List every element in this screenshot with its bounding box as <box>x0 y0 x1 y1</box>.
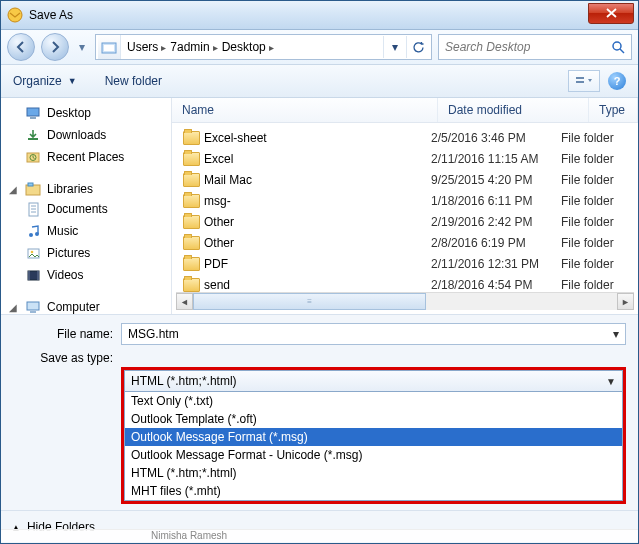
breadcrumb-segment[interactable]: Users▸ <box>125 35 168 59</box>
search-input[interactable]: Search Desktop <box>438 34 632 60</box>
file-date: 1/18/2016 6:11 PM <box>431 194 561 208</box>
svg-rect-8 <box>30 117 36 119</box>
file-name: Excel <box>200 152 431 166</box>
file-row[interactable]: Other2/19/2016 2:42 PMFile folder <box>172 211 638 232</box>
file-name: Other <box>200 236 431 250</box>
file-date: 2/18/2016 4:54 PM <box>431 278 561 292</box>
svg-point-21 <box>30 250 33 253</box>
navigation-pane[interactable]: DesktopDownloadsRecent Places ◢ Librarie… <box>1 98 172 314</box>
svg-point-3 <box>613 42 621 50</box>
library-item[interactable]: Music <box>1 220 171 242</box>
folder-icon <box>182 235 200 251</box>
breadcrumb-segment[interactable]: 7admin▸ <box>168 35 219 59</box>
file-type: File folder <box>561 257 638 271</box>
computer-icon <box>25 300 41 314</box>
favorites-item[interactable]: Downloads <box>1 124 171 146</box>
file-type: File folder <box>561 131 638 145</box>
refresh-button[interactable] <box>406 36 429 58</box>
chevron-down-icon[interactable]: ▾ <box>601 327 619 341</box>
navigation-bar: ▾ Users▸7admin▸Desktop▸ ▾ Search Desktop <box>1 30 638 65</box>
tree-item-label: Pictures <box>47 246 90 260</box>
view-options-button[interactable] <box>568 70 600 92</box>
library-item[interactable]: Videos <box>1 264 171 286</box>
saveastype-option[interactable]: MHT files (*.mht) <box>125 482 622 500</box>
help-button[interactable]: ? <box>608 72 626 90</box>
recent-icon <box>25 149 41 165</box>
file-row[interactable]: Excel2/11/2016 11:15 AMFile folder <box>172 148 638 169</box>
tree-item-label: Documents <box>47 202 108 216</box>
folder-icon <box>182 214 200 230</box>
file-row[interactable]: Mail Mac9/25/2015 4:20 PMFile folder <box>172 169 638 190</box>
file-date: 2/8/2016 6:19 PM <box>431 236 561 250</box>
tree-item-label: Downloads <box>47 128 106 142</box>
new-folder-button[interactable]: New folder <box>105 74 162 88</box>
doc-icon <box>25 201 41 217</box>
column-name[interactable]: Name <box>172 98 438 122</box>
favorites-item[interactable]: Desktop <box>1 102 171 124</box>
horizontal-scrollbar[interactable]: ◄ ≡ ► <box>176 292 634 310</box>
saveastype-option[interactable]: Outlook Message Format (*.msg) <box>125 428 622 446</box>
chevron-right-icon: ▸ <box>213 42 218 53</box>
saveastype-option[interactable]: Outlook Template (*.oft) <box>125 410 622 428</box>
scroll-right-icon[interactable]: ► <box>617 293 634 310</box>
file-name: msg- <box>200 194 431 208</box>
file-row[interactable]: msg-1/18/2016 6:11 PMFile folder <box>172 190 638 211</box>
svg-line-4 <box>620 49 624 53</box>
saveastype-option[interactable]: HTML (*.htm;*.html) <box>125 464 622 482</box>
collapse-icon: ◢ <box>9 184 19 195</box>
svg-point-18 <box>29 233 33 237</box>
saveastype-combobox[interactable]: HTML (*.htm;*.html) ▼ <box>124 370 623 392</box>
folder-icon <box>182 193 200 209</box>
svg-rect-24 <box>37 271 39 280</box>
file-name: Other <box>200 215 431 229</box>
forward-button[interactable] <box>41 33 69 61</box>
column-headers[interactable]: Name Date modified Type <box>172 98 638 123</box>
download-icon <box>25 127 41 143</box>
column-date[interactable]: Date modified <box>438 98 589 122</box>
file-date: 2/11/2016 12:31 PM <box>431 257 561 271</box>
folder-icon <box>182 277 200 293</box>
address-dropdown[interactable]: ▾ <box>383 36 406 58</box>
tree-item-label: Videos <box>47 268 83 282</box>
close-button[interactable] <box>588 3 634 24</box>
scroll-thumb[interactable]: ≡ <box>193 293 426 310</box>
svg-rect-9 <box>28 138 38 140</box>
file-rows[interactable]: Excel-sheet2/5/2016 3:46 PMFile folderEx… <box>172 123 638 292</box>
svg-rect-5 <box>576 77 584 79</box>
file-row[interactable]: Excel-sheet2/5/2016 3:46 PMFile folder <box>172 127 638 148</box>
back-button[interactable] <box>7 33 35 61</box>
file-date: 9/25/2015 4:20 PM <box>431 173 561 187</box>
file-type: File folder <box>561 215 638 229</box>
breadcrumb-segment[interactable]: Desktop▸ <box>220 35 276 59</box>
saveastype-dropdown-list[interactable]: Text Only (*.txt)Outlook Template (*.oft… <box>124 392 623 501</box>
svg-rect-25 <box>27 302 39 310</box>
column-type[interactable]: Type <box>589 98 638 122</box>
libraries-label: Libraries <box>47 182 93 196</box>
folder-icon <box>98 35 121 59</box>
filename-input[interactable]: MSG.htm ▾ <box>121 323 626 345</box>
favorites-item[interactable]: Recent Places <box>1 146 171 168</box>
file-date: 2/11/2016 11:15 AM <box>431 152 561 166</box>
file-row[interactable]: PDF2/11/2016 12:31 PMFile folder <box>172 253 638 274</box>
pic-icon <box>25 245 41 261</box>
organize-menu[interactable]: Organize▼ <box>13 74 77 88</box>
folder-icon <box>182 256 200 272</box>
address-bar[interactable]: Users▸7admin▸Desktop▸ ▾ <box>95 34 432 60</box>
svg-rect-23 <box>28 271 30 280</box>
saveastype-option[interactable]: Outlook Message Format - Unicode (*.msg) <box>125 446 622 464</box>
library-item[interactable]: Documents <box>1 198 171 220</box>
file-row[interactable]: Other2/8/2016 6:19 PMFile folder <box>172 232 638 253</box>
svg-point-0 <box>8 8 22 22</box>
library-item[interactable]: Pictures <box>1 242 171 264</box>
scroll-left-icon[interactable]: ◄ <box>176 293 193 310</box>
computer-group[interactable]: ◢ Computer <box>1 296 171 314</box>
file-type: File folder <box>561 236 638 250</box>
history-dropdown[interactable]: ▾ <box>75 40 89 54</box>
chevron-down-icon[interactable]: ▼ <box>606 376 616 387</box>
file-name: Mail Mac <box>200 173 431 187</box>
chevron-right-icon: ▸ <box>161 42 166 53</box>
libraries-group[interactable]: ◢ Libraries <box>1 178 171 198</box>
saveastype-option[interactable]: Text Only (*.txt) <box>125 392 622 410</box>
file-row[interactable]: send2/18/2016 4:54 PMFile folder <box>172 274 638 292</box>
file-type: File folder <box>561 194 638 208</box>
